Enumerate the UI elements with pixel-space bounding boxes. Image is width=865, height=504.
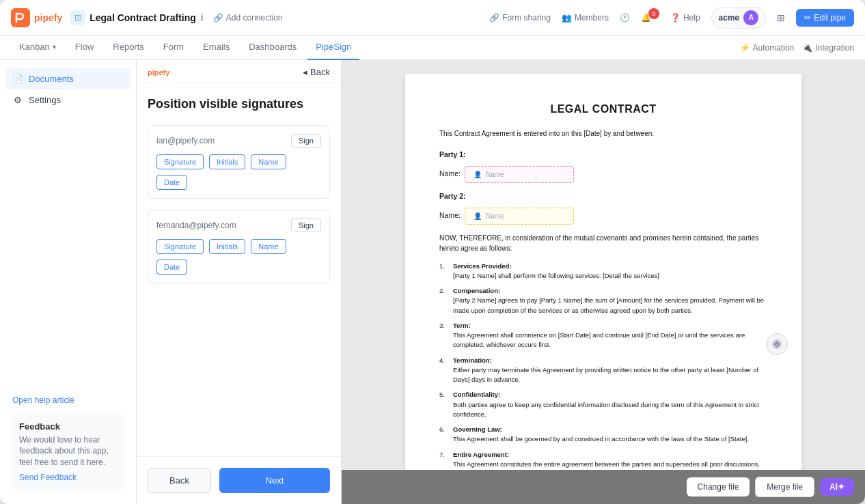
clause-1-text: [Party 1 Name] shall perform the followi… — [453, 272, 659, 279]
signature-option-name-1[interactable]: Name — [251, 154, 286, 169]
clock-button[interactable]: 🕐 — [620, 13, 630, 23]
signature-option-signature-1[interactable]: Signature — [156, 154, 204, 169]
title-section: ◫ Legal Contract Drafting ℹ 🔗 Add connec… — [70, 10, 288, 25]
send-feedback-link[interactable]: Send Feedback — [19, 473, 77, 482]
help-icon: ❓ — [670, 13, 681, 23]
sidebar: 📄 Documents ⚙ Settings Open help article… — [0, 60, 137, 504]
clause-3: Term: This Agreement shall commence on [… — [439, 321, 767, 350]
share-icon: 🔗 — [489, 13, 499, 23]
sidebar-bottom: Open help article Feedback We would love… — [5, 393, 131, 496]
left-panel: pipefy ◂ Back Position visible signature… — [137, 60, 342, 504]
party-2-label: Party 2: — [439, 191, 466, 202]
therefore-text: NOW, THEREFORE, in consideration of the … — [439, 233, 767, 253]
tab-dashboards[interactable]: Dashboards — [241, 36, 305, 60]
document-container[interactable]: LEGAL CONTRACT This Contract Agreement i… — [342, 60, 865, 470]
acme-badge[interactable]: acme A — [711, 7, 767, 29]
back-arrow-icon: ◂ — [303, 67, 307, 77]
party-1-name-label: Name: — [439, 169, 461, 180]
signature-option-date-1[interactable]: Date — [156, 175, 187, 190]
help-article-link[interactable]: Open help article — [5, 393, 131, 408]
tab-pipesign[interactable]: PipeSign — [307, 36, 359, 60]
document-icon: 📄 — [12, 74, 23, 84]
chevron-down-icon: ▾ — [53, 43, 56, 51]
signature-options-1: Signature Initials Name Date — [156, 154, 321, 190]
doc-title: LEGAL CONTRACT — [439, 101, 767, 117]
automation-button[interactable]: ⚡ Automation — [740, 43, 795, 53]
change-file-button[interactable]: Change file — [687, 477, 750, 496]
ai-button[interactable]: AI✦ — [820, 478, 854, 496]
edit-pipe-button[interactable]: ✏ Edit pipe — [796, 9, 854, 27]
tab-flow[interactable]: Flow — [67, 36, 102, 60]
sidebar-item-documents[interactable]: 📄 Documents — [5, 68, 131, 89]
pencil-icon: ✏ — [804, 13, 811, 23]
add-connection-button[interactable]: 🔗 Add connection — [208, 10, 288, 25]
document-toolbar: Change file Merge file AI✦ — [342, 470, 865, 504]
sidebar-item-settings[interactable]: ⚙ Settings — [5, 89, 131, 111]
next-button[interactable]: Next — [219, 468, 330, 493]
clause-4-text: Either party may terminate this Agreemen… — [453, 366, 758, 383]
party-1-placeholder: Name — [486, 169, 504, 180]
clause-5: Confidentiality: Both parties agree to k… — [439, 390, 767, 419]
section-title: Position visible signatures — [148, 97, 330, 111]
notifications-button[interactable]: 🔔 8 — [641, 12, 659, 23]
secondary-nav: Kanban ▾ Flow Reports Form Emails Dashbo… — [0, 36, 865, 60]
integration-icon: 🔌 — [802, 43, 812, 53]
clause-5-title: Confidentiality: — [453, 390, 767, 400]
tab-kanban[interactable]: Kanban ▾ — [11, 36, 64, 60]
main-content: 📄 Documents ⚙ Settings Open help article… — [0, 60, 865, 504]
help-button[interactable]: ❓ Help — [670, 13, 700, 23]
feedback-body: We would love to hear feedback about thi… — [19, 434, 117, 468]
signature-option-signature-2[interactable]: Signature — [156, 239, 204, 254]
party-1-block: Party 1: Name: 👤 Name — [439, 150, 767, 183]
signature-option-name-2[interactable]: Name — [251, 239, 286, 254]
clause-5-text: Both parties agree to keep any confident… — [453, 401, 759, 418]
members-icon: 👥 — [562, 13, 572, 23]
sign-button-2[interactable]: Sign — [291, 219, 321, 232]
clause-2-title: Compensation: — [453, 286, 767, 296]
tab-reports[interactable]: Reports — [105, 36, 152, 60]
acme-avatar: A — [743, 10, 758, 25]
clock-icon: 🕐 — [620, 13, 630, 23]
mini-header: pipefy ◂ Back — [137, 60, 341, 83]
back-nav-button[interactable]: ◂ Back — [303, 67, 330, 77]
signature-option-initials-1[interactable]: Initials — [209, 154, 245, 169]
clause-4: Termination: Either party may terminate … — [439, 356, 767, 385]
person-icon-1: 👤 — [473, 169, 482, 180]
sign-button-1[interactable]: Sign — [291, 134, 321, 148]
nav-actions: 🔗 Form sharing 👥 Members 🕐 🔔 8 ❓ Help ac… — [489, 7, 854, 29]
action-buttons: Back Next — [137, 456, 341, 504]
members-button[interactable]: 👥 Members — [562, 13, 609, 23]
form-sharing-button[interactable]: 🔗 Form sharing — [489, 13, 551, 23]
document-panel: LEGAL CONTRACT This Contract Agreement i… — [342, 60, 865, 504]
party-1-name-field[interactable]: 👤 Name — [465, 166, 574, 183]
person-icon-2: 👤 — [473, 211, 482, 221]
document-page: LEGAL CONTRACT This Contract Agreement i… — [405, 74, 801, 470]
feedback-box: Feedback We would love to hear feedback … — [11, 413, 125, 490]
clause-7-title: Entire Agreement: — [453, 450, 767, 460]
clause-1: Services Provided: [Party 1 Name] shall … — [439, 262, 767, 281]
drag-handle[interactable] — [766, 333, 788, 355]
signature-options-2: Signature Initials Name Date — [156, 239, 321, 275]
party-2-name-field[interactable]: 👤 Name — [465, 208, 574, 225]
notification-count: 8 — [648, 8, 659, 19]
merge-file-button[interactable]: Merge file — [755, 477, 814, 497]
info-icon[interactable]: ℹ — [200, 12, 204, 23]
clause-6: Governing Law: This Agreement shall be g… — [439, 425, 767, 445]
tab-form[interactable]: Form — [155, 36, 192, 60]
party-2-name-label: Name: — [439, 210, 461, 221]
signature-option-initials-2[interactable]: Initials — [209, 239, 245, 254]
tab-emails[interactable]: Emails — [195, 36, 238, 60]
doc-intro: This Contract Agreement is entered into … — [439, 128, 767, 139]
integration-button[interactable]: 🔌 Integration — [802, 43, 854, 53]
grid-icon[interactable]: ⊞ — [777, 12, 785, 23]
content-area: pipefy ◂ Back Position visible signature… — [137, 60, 865, 504]
signature-option-date-2[interactable]: Date — [156, 260, 187, 275]
clause-2: Compensation: [Party 2 Name] agrees to p… — [439, 286, 767, 316]
top-nav: pipefy ◫ Legal Contract Drafting ℹ 🔗 Add… — [0, 0, 865, 36]
clauses-list: Services Provided: [Party 1 Name] shall … — [439, 262, 767, 471]
link-icon: 🔗 — [213, 13, 223, 23]
party-2-placeholder: Name — [486, 211, 504, 221]
page-title: Legal Contract Drafting — [90, 12, 196, 23]
logo-text: pipefy — [34, 12, 62, 23]
back-action-button[interactable]: Back — [148, 468, 211, 493]
